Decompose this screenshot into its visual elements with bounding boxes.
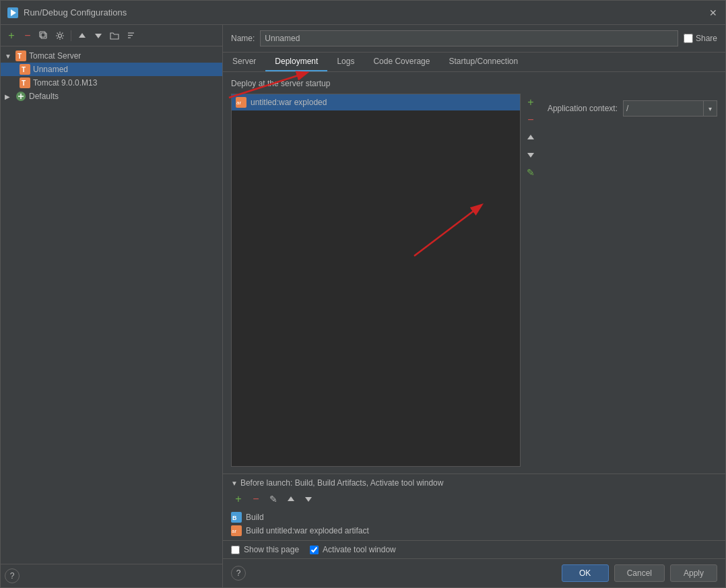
before-launch-list: B Build ar Build untitled:war exploded a… [231, 511, 717, 537]
defaults-group-arrow: ▶ [5, 93, 13, 100]
apply-button[interactable]: Apply [670, 564, 717, 582]
before-launch-section: ▼ Before launch: Build, Build Artifacts,… [223, 473, 725, 540]
svg-rect-2 [41, 33, 46, 38]
move-up-button[interactable] [75, 29, 89, 42]
activate-tool-window-option: Activate tool window [310, 545, 396, 554]
left-toolbar: + − [1, 25, 222, 46]
dialog-footer: ? OK Cancel Apply [223, 558, 725, 587]
build-icon: B [231, 512, 242, 523]
svg-point-4 [59, 34, 62, 37]
show-page-label[interactable]: Show this page [244, 545, 299, 554]
footer-left: ? [231, 566, 556, 581]
svg-marker-22 [527, 153, 534, 158]
app-context-input[interactable] [623, 100, 704, 117]
activate-label[interactable]: Activate tool window [323, 545, 396, 554]
footer-help-button[interactable]: ? [231, 566, 246, 581]
before-launch-up-button[interactable] [284, 492, 298, 507]
deploy-edit-button[interactable]: ✎ [523, 165, 538, 180]
deploy-add-button[interactable]: + [523, 95, 538, 110]
help-button[interactable]: ? [5, 568, 20, 583]
deploy-section: Deploy at the server startup ar [223, 72, 725, 473]
tab-code-coverage[interactable]: Code Coverage [364, 53, 439, 71]
deploy-right-side: ar untitled:war exploded + − [231, 94, 717, 467]
defaults-label: Defaults [29, 92, 59, 101]
app-context-label: Application context: [548, 100, 618, 117]
tab-content-deployment: Deploy at the server startup ar [223, 72, 725, 558]
show-page-option: Show this page [231, 545, 299, 554]
tab-server[interactable]: Server [223, 53, 265, 71]
deploy-item-0-label: untitled:war exploded [251, 98, 327, 107]
bottom-options: Show this page Activate tool window [223, 540, 725, 558]
activate-checkbox[interactable] [310, 546, 319, 554]
name-label: Name: [231, 34, 255, 43]
before-launch-item-0: B Build [231, 511, 717, 524]
tomcat-group-arrow: ▼ [5, 53, 13, 60]
before-launch-remove-button[interactable]: − [249, 492, 263, 507]
move-down-button[interactable] [92, 29, 105, 42]
before-launch-add-button[interactable]: + [231, 492, 246, 507]
bottom-help-area: ? [1, 564, 222, 587]
tab-logs[interactable]: Logs [327, 53, 364, 71]
show-page-checkbox[interactable] [231, 546, 240, 554]
deploy-list-container: ar untitled:war exploded + − [231, 94, 541, 467]
deploy-section-label: Deploy at the server startup [231, 79, 717, 88]
tree-group-tomcat[interactable]: ▼ T Tomcat Server [1, 49, 222, 63]
tomcat-group-label: Tomcat Server [29, 51, 81, 61]
before-launch-item-0-label: Build [246, 513, 264, 522]
before-launch-item-1: ar Build untitled:war exploded artifact [231, 524, 717, 537]
tab-deployment[interactable]: Deployment [265, 53, 327, 71]
ok-button[interactable]: OK [562, 564, 609, 582]
folder-button[interactable] [108, 29, 121, 42]
svg-marker-21 [527, 135, 534, 139]
svg-text:T: T [22, 66, 26, 73]
svg-marker-24 [305, 497, 312, 502]
tab-startup[interactable]: Startup/Connection [439, 53, 527, 71]
name-input[interactable] [260, 30, 678, 46]
settings-config-button[interactable] [53, 29, 67, 42]
tree-item-unnamed[interactable]: T Unnamed [1, 63, 222, 76]
deploy-remove-button[interactable]: − [523, 112, 538, 127]
sort-button[interactable] [124, 29, 137, 42]
copy-config-button[interactable] [37, 29, 51, 42]
svg-text:ar: ar [232, 528, 236, 534]
before-launch-item-1-label: Build untitled:war exploded artifact [246, 526, 369, 535]
deploy-item-0[interactable]: ar untitled:war exploded [232, 94, 520, 110]
deploy-move-up-button[interactable] [523, 130, 538, 145]
title-bar: Run/Debug Configurations ✕ [1, 1, 725, 25]
deploy-move-down-button[interactable] [523, 148, 538, 162]
deploy-list: ar untitled:war exploded [231, 94, 521, 467]
svg-marker-5 [79, 33, 86, 38]
version-icon: T [20, 77, 30, 88]
before-launch-edit-button[interactable]: ✎ [266, 492, 281, 507]
svg-text:T: T [22, 79, 26, 87]
svg-rect-3 [40, 32, 45, 37]
version-label: Tomcat 9.0.0.M13 [33, 78, 97, 88]
svg-text:T: T [18, 53, 22, 60]
main-content: + − [1, 25, 725, 587]
app-context-input-group: ▾ [623, 100, 717, 117]
remove-config-button[interactable]: − [21, 29, 34, 42]
cancel-button[interactable]: Cancel [614, 564, 665, 582]
deploy-list-buttons: + − ✎ [521, 94, 541, 467]
svg-text:ar: ar [236, 100, 241, 106]
deploy-item-0-icon: ar [236, 97, 246, 108]
share-label: Share [696, 34, 717, 43]
svg-marker-6 [95, 34, 102, 38]
config-tree: ▼ T Tomcat Server T Unnamed [1, 46, 222, 564]
tree-item-version[interactable]: T Tomcat 9.0.0.M13 [1, 76, 222, 90]
app-context-dropdown-button[interactable]: ▾ [704, 100, 717, 117]
unnamed-label: Unnamed [33, 65, 68, 74]
defaults-group-icon [15, 91, 26, 102]
add-config-button[interactable]: + [5, 29, 18, 42]
share-checkbox[interactable] [684, 34, 693, 43]
tomcat-group-icon: T [15, 51, 26, 61]
dialog-title: Run/Debug Configurations [24, 7, 127, 18]
unnamed-icon: T [20, 64, 30, 75]
before-launch-toolbar: + − ✎ [231, 492, 717, 507]
close-button[interactable]: ✕ [708, 7, 719, 18]
artifact-icon: ar [231, 525, 242, 536]
right-panel: Name: Share Server Deployment Logs Code … [223, 25, 725, 587]
before-launch-collapse[interactable]: ▼ [231, 480, 238, 487]
before-launch-down-button[interactable] [301, 492, 316, 507]
tree-group-defaults[interactable]: ▶ Defaults [1, 90, 222, 103]
